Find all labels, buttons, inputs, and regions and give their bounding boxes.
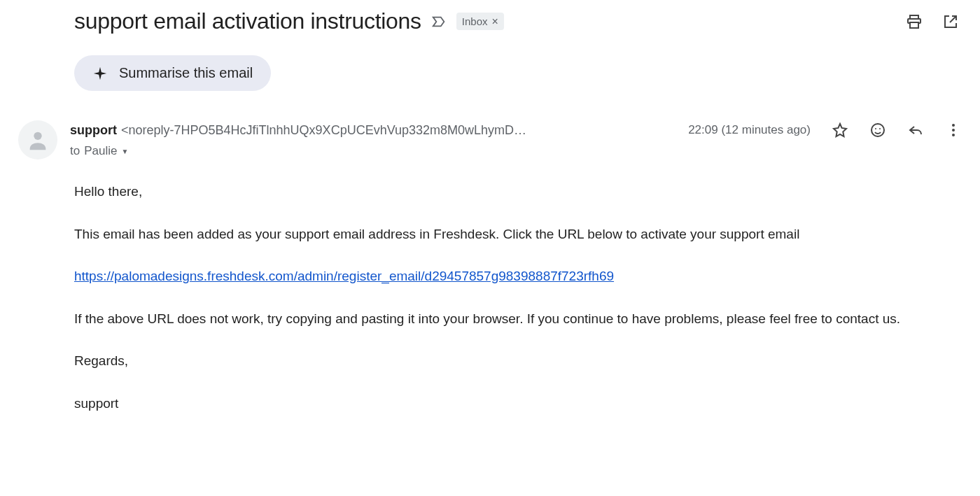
body-paragraph-2: If the above URL does not work, try copy… — [74, 309, 910, 330]
to-name: Paulie — [84, 144, 117, 158]
star-icon[interactable] — [832, 122, 848, 139]
inbox-label-text: Inbox — [462, 15, 488, 27]
open-new-window-icon[interactable] — [942, 13, 959, 30]
sparkle-icon — [92, 66, 108, 81]
email-body: Hello there, This email has been added a… — [14, 182, 910, 413]
svg-point-8 — [952, 134, 955, 136]
svg-point-2 — [34, 132, 41, 140]
body-paragraph-1: This email has been added as your suppor… — [74, 225, 910, 245]
svg-rect-1 — [910, 22, 918, 28]
body-signature: support — [74, 394, 910, 414]
svg-point-5 — [879, 128, 881, 129]
summarise-label: Summarise this email — [119, 65, 253, 81]
body-signoff: Regards, — [74, 351, 910, 371]
email-subject: support email activation instructions — [74, 8, 421, 34]
svg-point-6 — [952, 124, 955, 127]
recipient-dropdown[interactable]: to Paulie ▼ — [70, 144, 966, 158]
remove-label-icon[interactable]: × — [492, 16, 498, 27]
activation-link[interactable]: https://palomadesigns.freshdesk.com/admi… — [74, 269, 614, 283]
sender-address: <noreply-7HPO5B4HcJfiTlnhhUQx9XCpUCEvhVu… — [121, 123, 526, 138]
emoji-reaction-icon[interactable] — [869, 122, 886, 139]
sender-avatar[interactable] — [18, 120, 57, 160]
more-options-icon[interactable] — [945, 122, 962, 139]
svg-point-7 — [952, 129, 955, 132]
sender-name: support — [70, 123, 117, 138]
to-prefix: to — [70, 144, 80, 158]
body-greeting: Hello there, — [74, 182, 910, 202]
inbox-label-chip[interactable]: Inbox × — [456, 13, 504, 30]
summarise-email-button[interactable]: Summarise this email — [74, 55, 271, 91]
reply-icon[interactable] — [907, 122, 924, 139]
svg-point-3 — [872, 124, 884, 136]
print-icon[interactable] — [906, 13, 923, 30]
svg-point-4 — [875, 128, 876, 129]
important-marker-icon[interactable] — [431, 14, 447, 29]
email-timestamp: 22:09 (12 minutes ago) — [688, 123, 811, 137]
chevron-down-icon: ▼ — [121, 148, 128, 155]
